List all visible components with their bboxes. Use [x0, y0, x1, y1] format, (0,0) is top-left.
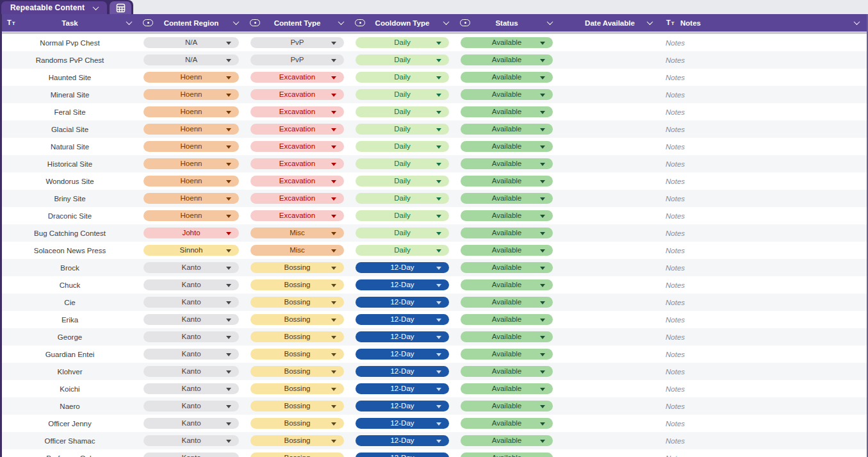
notes-cell[interactable]: Notes — [661, 207, 867, 224]
content-region-chip[interactable]: Kanto — [143, 262, 239, 273]
tab-repeatable-content[interactable]: Repeatable Content — [1, 1, 107, 14]
status-chip[interactable]: Available — [461, 435, 553, 446]
column-header-task[interactable]: TT Task — [2, 14, 138, 31]
notes-cell[interactable]: Notes — [661, 138, 867, 155]
cooldown-type-chip[interactable]: 12-Day — [356, 366, 449, 377]
content-type-chip[interactable]: Bossing — [250, 331, 344, 342]
content-type-chip[interactable]: Bossing — [250, 297, 344, 308]
content-type-chip[interactable]: Excavation — [250, 106, 344, 117]
date-available-cell[interactable] — [559, 51, 661, 69]
chevron-down-icon[interactable] — [443, 19, 450, 25]
status-chip[interactable]: Available — [461, 297, 553, 308]
column-header-date-available[interactable]: Date Available — [559, 14, 661, 31]
notes-cell[interactable]: Notes — [661, 86, 867, 103]
content-type-chip[interactable]: Bossing — [250, 383, 344, 394]
status-chip[interactable]: Available — [461, 193, 553, 204]
task-cell[interactable]: Draconic Site — [2, 207, 138, 224]
notes-cell[interactable]: Notes — [661, 259, 867, 276]
content-region-chip[interactable]: Sinnoh — [143, 245, 239, 256]
date-available-cell[interactable] — [559, 138, 661, 155]
content-region-chip[interactable]: Hoenn — [143, 124, 239, 135]
date-available-cell[interactable] — [559, 397, 661, 415]
content-region-chip[interactable]: Johto — [143, 228, 239, 238]
status-chip[interactable]: Available — [461, 158, 553, 169]
cooldown-type-chip[interactable]: Daily — [356, 245, 449, 256]
notes-cell[interactable]: Notes — [661, 172, 867, 190]
status-chip[interactable]: Available — [461, 37, 553, 48]
content-type-chip[interactable]: PvP — [250, 37, 344, 48]
content-type-chip[interactable]: Excavation — [250, 72, 344, 83]
task-cell[interactable]: Natural Site — [2, 138, 138, 155]
status-chip[interactable]: Available — [461, 349, 553, 360]
content-type-chip[interactable]: Bossing — [250, 262, 344, 273]
notes-cell[interactable]: Notes — [661, 328, 867, 345]
content-type-chip[interactable]: Excavation — [250, 158, 344, 169]
chevron-down-icon[interactable] — [93, 4, 99, 10]
cooldown-type-chip[interactable]: 12-Day — [356, 297, 449, 308]
date-available-cell[interactable] — [559, 207, 661, 224]
content-type-chip[interactable]: PvP — [250, 54, 344, 65]
content-region-chip[interactable]: Hoenn — [143, 210, 239, 221]
date-available-cell[interactable] — [559, 190, 661, 207]
status-chip[interactable]: Available — [461, 141, 553, 152]
content-region-chip[interactable]: Kanto — [143, 418, 239, 429]
cooldown-type-chip[interactable]: 12-Day — [356, 418, 449, 429]
content-region-chip[interactable]: Hoenn — [143, 158, 239, 169]
cooldown-type-chip[interactable]: 12-Day — [356, 453, 449, 457]
task-cell[interactable]: Wondorus Site — [2, 172, 138, 190]
chevron-down-icon[interactable] — [233, 19, 240, 25]
chevron-down-icon[interactable] — [547, 19, 553, 25]
notes-cell[interactable]: Notes — [661, 242, 867, 259]
content-type-chip[interactable]: Excavation — [250, 210, 344, 221]
notes-cell[interactable]: Notes — [661, 294, 867, 311]
date-available-cell[interactable] — [559, 224, 661, 242]
content-region-chip[interactable]: Kanto — [143, 435, 239, 446]
chevron-down-icon[interactable] — [338, 19, 345, 25]
status-chip[interactable]: Available — [461, 210, 553, 221]
cooldown-type-chip[interactable]: 12-Day — [356, 349, 449, 360]
notes-cell[interactable]: Notes — [661, 432, 867, 449]
content-region-chip[interactable]: Hoenn — [143, 106, 239, 117]
status-chip[interactable]: Available — [461, 245, 553, 256]
task-cell[interactable]: Briny Site — [2, 190, 138, 207]
task-cell[interactable]: Feral Site — [2, 103, 138, 120]
date-available-cell[interactable] — [559, 86, 661, 103]
date-available-cell[interactable] — [559, 242, 661, 259]
date-available-cell[interactable] — [559, 328, 661, 345]
content-type-chip[interactable]: Bossing — [250, 418, 344, 429]
task-cell[interactable]: Normal Pvp Chest — [2, 34, 138, 51]
notes-cell[interactable]: Notes — [661, 51, 867, 69]
column-header-status[interactable]: Status — [455, 14, 559, 31]
task-cell[interactable]: Glacial Site — [2, 120, 138, 138]
content-type-chip[interactable]: Bossing — [250, 279, 344, 290]
content-region-chip[interactable]: N/A — [143, 54, 239, 65]
status-chip[interactable]: Available — [461, 72, 553, 83]
date-available-cell[interactable] — [559, 276, 661, 294]
cooldown-type-chip[interactable]: Daily — [356, 89, 449, 100]
cooldown-type-chip[interactable]: 12-Day — [356, 314, 449, 325]
notes-cell[interactable]: Notes — [661, 363, 867, 380]
chevron-down-icon[interactable] — [854, 19, 860, 25]
date-available-cell[interactable] — [559, 311, 661, 328]
cooldown-type-chip[interactable]: 12-Day — [356, 435, 449, 446]
cooldown-type-chip[interactable]: Daily — [356, 37, 449, 48]
notes-cell[interactable]: Notes — [661, 397, 867, 415]
notes-cell[interactable]: Notes — [661, 449, 867, 457]
cooldown-type-chip[interactable]: Daily — [356, 106, 449, 117]
date-available-cell[interactable] — [559, 34, 661, 51]
date-available-cell[interactable] — [559, 345, 661, 363]
cooldown-type-chip[interactable]: 12-Day — [356, 279, 449, 290]
task-cell[interactable]: Haunted Site — [2, 69, 138, 86]
notes-cell[interactable]: Notes — [661, 311, 867, 328]
content-region-chip[interactable]: Hoenn — [143, 193, 239, 204]
status-chip[interactable]: Available — [461, 106, 553, 117]
task-cell[interactable]: Randoms PvP Chest — [2, 51, 138, 69]
date-available-cell[interactable] — [559, 172, 661, 190]
task-cell[interactable]: Guardian Entei — [2, 345, 138, 363]
status-chip[interactable]: Available — [461, 314, 553, 325]
date-available-cell[interactable] — [559, 155, 661, 172]
task-cell[interactable]: Koichi — [2, 380, 138, 397]
notes-cell[interactable]: Notes — [661, 380, 867, 397]
content-type-chip[interactable]: Excavation — [250, 141, 344, 152]
chevron-down-icon[interactable] — [126, 19, 133, 25]
